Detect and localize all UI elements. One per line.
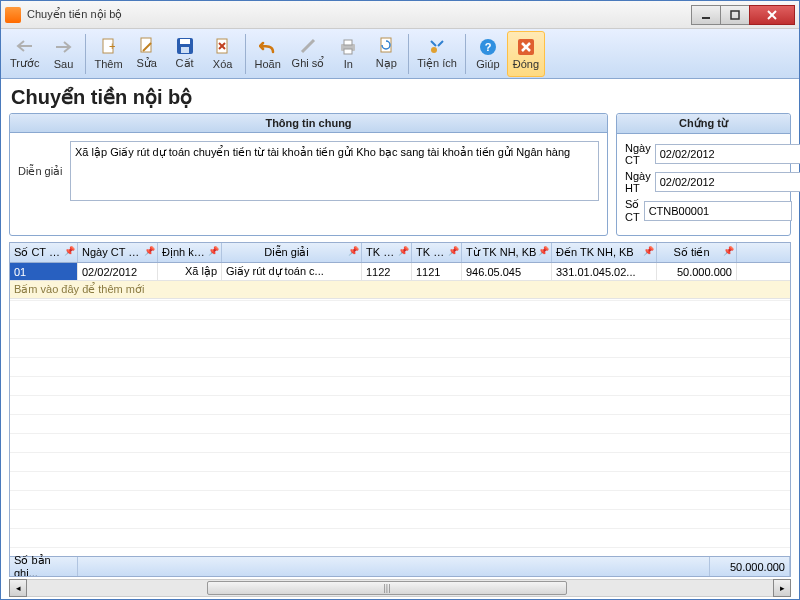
scroll-track[interactable]: ||| — [27, 579, 773, 597]
new-row[interactable]: Bấm vào đây để thêm mới — [10, 281, 790, 299]
voucher-no-label: Số CT — [625, 198, 644, 223]
cell-tkco[interactable]: 1121 — [412, 263, 462, 280]
tools-icon — [427, 37, 447, 55]
cell-sotien[interactable]: 50.000.000 — [657, 263, 737, 280]
svg-rect-16 — [344, 49, 352, 54]
voucher-no-input[interactable] — [644, 201, 792, 221]
col-tkco[interactable]: TK Có📌 — [412, 243, 462, 262]
utilities-button[interactable]: Tiện ích — [412, 31, 462, 77]
col-diengiai[interactable]: Diễn giải📌 — [222, 243, 362, 262]
undo-icon — [258, 38, 278, 56]
window-title: Chuyển tiền nội bộ — [27, 8, 691, 21]
svg-point-18 — [431, 47, 437, 53]
col-dinhkhoan[interactable]: Định khoản📌 — [158, 243, 222, 262]
pin-icon: 📌 — [64, 246, 75, 256]
page-title: Chuyển tiền nội bộ — [1, 79, 799, 113]
cell-dinhkhoan[interactable]: Xã lập — [158, 263, 222, 280]
cell-tkno[interactable]: 1122 — [362, 263, 412, 280]
svg-text:+: + — [109, 40, 115, 52]
table-row[interactable]: 01 02/02/2012 Xã lập Giấy rút dự toán c.… — [10, 263, 790, 281]
minimize-button[interactable] — [691, 5, 721, 25]
col-dentk[interactable]: Đến TK NH, KB📌 — [552, 243, 657, 262]
cell-ngayctgoc[interactable]: 02/02/2012 — [78, 263, 158, 280]
scroll-left-button[interactable]: ◂ — [9, 579, 27, 597]
close-button[interactable] — [749, 5, 795, 25]
save-button[interactable]: Cất — [166, 31, 204, 77]
svg-rect-15 — [344, 40, 352, 45]
cell-diengiai[interactable]: Giấy rút dự toán c... — [222, 263, 362, 280]
print-button[interactable]: In — [329, 31, 367, 77]
svg-text:?: ? — [485, 41, 492, 53]
add-button[interactable]: + Thêm — [89, 31, 127, 77]
col-tkno[interactable]: TK Nợ📌 — [362, 243, 412, 262]
page-pencil-icon — [137, 37, 157, 55]
svg-rect-10 — [181, 47, 189, 53]
col-sotien[interactable]: Số tiền📌 — [657, 243, 737, 262]
posting-date-label: Ngày HT — [625, 170, 655, 194]
scroll-right-button[interactable]: ▸ — [773, 579, 791, 597]
exit-icon — [516, 38, 536, 56]
voucher-date-label: Ngày CT — [625, 142, 655, 166]
post-button[interactable]: Ghi sổ — [287, 31, 330, 77]
posting-date-input[interactable] — [655, 172, 800, 192]
footer-total: 50.000.000 — [710, 557, 790, 576]
arrow-left-icon — [15, 37, 35, 55]
col-ngayctgoc[interactable]: Ngày CT gốc📌 — [78, 243, 158, 262]
col-tutk[interactable]: Từ TK NH, KB📌 — [462, 243, 552, 262]
page-plus-icon: + — [99, 38, 119, 56]
svg-rect-9 — [180, 39, 190, 44]
cell-dentk[interactable]: 331.01.045.02... — [552, 263, 657, 280]
pencil-icon — [298, 37, 318, 55]
reload-button[interactable]: Nạp — [367, 31, 405, 77]
cell-soctgoc[interactable]: 01 — [10, 263, 78, 280]
grid-body[interactable]: 01 02/02/2012 Xã lập Giấy rút dự toán c.… — [10, 263, 790, 556]
new-row-text[interactable]: Bấm vào đây để thêm mới — [10, 281, 790, 298]
description-input[interactable] — [70, 141, 599, 201]
refresh-icon — [376, 37, 396, 55]
app-window: Chuyển tiền nội bộ Trước Sau + Thêm Sửa … — [0, 0, 800, 600]
grid-footer: Số bản ghi... 50.000.000 — [10, 556, 790, 576]
general-panel-title: Thông tin chung — [10, 114, 607, 133]
undo-button[interactable]: Hoãn — [249, 31, 287, 77]
description-label: Diễn giải — [18, 165, 70, 178]
titlebar: Chuyển tiền nội bộ — [1, 1, 799, 29]
next-button[interactable]: Sau — [44, 31, 82, 77]
cell-tutk[interactable]: 946.05.045 — [462, 263, 552, 280]
voucher-panel: Chứng từ Ngày CT ▾ Ngày HT ▾ — [616, 113, 791, 236]
app-icon — [5, 7, 21, 23]
voucher-panel-title: Chứng từ — [617, 114, 790, 134]
printer-icon — [338, 38, 358, 56]
maximize-button[interactable] — [720, 5, 750, 25]
voucher-date-input[interactable] — [655, 144, 800, 164]
horizontal-scrollbar[interactable]: ◂ ||| ▸ — [9, 579, 791, 597]
footer-label: Số bản ghi... — [10, 557, 78, 576]
toolbar: Trước Sau + Thêm Sửa Cất Xóa Hoãn — [1, 29, 799, 79]
page-x-icon — [213, 38, 233, 56]
floppy-icon — [175, 37, 195, 55]
col-soctgoc[interactable]: Số CT gốc📌 — [10, 243, 78, 262]
grid-header: Số CT gốc📌 Ngày CT gốc📌 Định khoản📌 Diễn… — [10, 243, 790, 263]
prev-button[interactable]: Trước — [5, 31, 44, 77]
delete-button[interactable]: Xóa — [204, 31, 242, 77]
edit-button[interactable]: Sửa — [128, 31, 166, 77]
scroll-thumb[interactable]: ||| — [207, 581, 567, 595]
detail-grid: Số CT gốc📌 Ngày CT gốc📌 Định khoản📌 Diễn… — [9, 242, 791, 577]
arrow-right-icon — [53, 38, 73, 56]
close-form-button[interactable]: Đóng — [507, 31, 545, 77]
svg-rect-1 — [731, 11, 739, 19]
help-button[interactable]: ? Giúp — [469, 31, 507, 77]
general-panel: Thông tin chung Diễn giải — [9, 113, 608, 236]
help-icon: ? — [478, 38, 498, 56]
